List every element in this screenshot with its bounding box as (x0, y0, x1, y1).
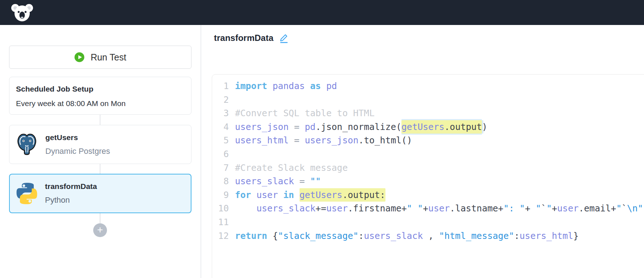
run-test-button[interactable]: Run Test (9, 46, 191, 69)
code-editor[interactable]: 1import pandas as pd23#Convert SQL table… (212, 74, 644, 278)
code-line[interactable]: 7#Create Slack message (212, 161, 644, 175)
code-line[interactable]: 9for user in getUsers.output: (212, 188, 644, 202)
code-line-content: import pandas as pd (235, 81, 337, 91)
highlighted-reference: getUsers.output (401, 120, 482, 134)
code-line-content: #Convert SQL table to HTML (235, 108, 375, 118)
scheduled-job-card[interactable]: Scheduled Job Setup Every week at 08:00 … (9, 77, 191, 115)
postgresql-icon (16, 133, 38, 156)
code-line[interactable]: 8users_slack = "" (212, 174, 644, 188)
code-line-content: #Create Slack message (235, 163, 348, 173)
line-number: 8 (212, 174, 229, 188)
code-line[interactable]: 2 (212, 93, 644, 107)
scheduled-job-title: Scheduled Job Setup (16, 85, 191, 93)
play-icon (74, 52, 84, 62)
line-number: 7 (212, 161, 229, 175)
line-number: 5 (212, 134, 229, 147)
step-card-getusers[interactable]: getUsers Dynamic Postgres (9, 125, 191, 164)
code-line-content: users_slack = "" (235, 176, 321, 186)
code-line-content: return {"slack_message":users_slack , "h… (235, 231, 579, 241)
code-line-content: users_json = pd.json_normalize(getUsers.… (235, 122, 487, 132)
code-line[interactable]: 3#Convert SQL table to HTML (212, 106, 644, 120)
line-number: 12 (212, 229, 229, 243)
koala-logo-icon[interactable] (11, 3, 33, 23)
pencil-edit-icon[interactable] (279, 33, 289, 43)
python-icon (16, 182, 38, 205)
code-line[interactable]: 11 (212, 215, 644, 229)
main-panel: transformData 1import pandas as pd23#Con… (201, 25, 644, 278)
code-line[interactable]: 6 (212, 147, 644, 161)
line-number: 2 (212, 93, 229, 107)
step-card-transformdata[interactable]: transformData Python (9, 174, 191, 213)
top-navbar (0, 0, 644, 25)
step-subtitle: Python (45, 195, 97, 205)
code-line[interactable]: 4users_json = pd.json_normalize(getUsers… (212, 120, 644, 134)
step-subtitle: Dynamic Postgres (45, 147, 110, 156)
code-line-content: users_slack+=user.firstname+" "+user.las… (235, 203, 643, 214)
run-test-label: Run Test (91, 52, 126, 63)
highlighted-reference: getUsers.output: (300, 188, 385, 202)
line-number: 9 (212, 188, 229, 202)
line-number: 10 (212, 202, 229, 215)
code-line-content: users_html = users_json.to_html() (235, 135, 412, 146)
code-line[interactable]: 10 users_slack+=user.firstname+" "+user.… (212, 202, 644, 215)
line-number: 1 (212, 79, 229, 93)
step-connector (100, 115, 100, 125)
code-line[interactable]: 12return {"slack_message":users_slack , … (212, 229, 644, 243)
page-title: transformData (214, 33, 273, 43)
step-title: transformData (45, 182, 97, 191)
step-connector (100, 213, 100, 223)
code-line[interactable]: 1import pandas as pd (212, 79, 644, 93)
step-title: getUsers (45, 133, 110, 142)
line-number: 4 (212, 120, 229, 134)
line-number: 6 (212, 147, 229, 161)
plus-icon: + (97, 225, 103, 235)
code-lines-container: 1import pandas as pd23#Convert SQL table… (212, 79, 644, 243)
scheduled-job-frequency: Every week at 08:00 AM on Mon (16, 99, 191, 108)
add-step-button[interactable]: + (93, 223, 107, 237)
workflow-sidebar: Run Test Scheduled Job Setup Every week … (0, 25, 201, 278)
line-number: 3 (212, 106, 229, 120)
code-line-content: for user in getUsers.output: (235, 190, 385, 200)
step-connector (100, 164, 100, 174)
line-number: 11 (212, 215, 229, 229)
code-line[interactable]: 5users_html = users_json.to_html() (212, 134, 644, 147)
